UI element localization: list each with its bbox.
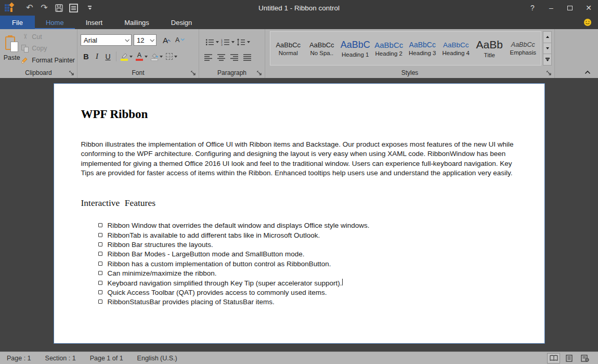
style-item-title[interactable]: AaBb Title <box>473 32 506 65</box>
undo-icon[interactable]: ↶ <box>24 3 35 13</box>
tab-home[interactable]: Home <box>35 16 75 29</box>
status-page-of[interactable]: Page 1 of 1 <box>90 355 123 362</box>
list-item: Keyboard navigation simplified through K… <box>98 279 524 288</box>
align-center-button[interactable] <box>217 54 226 61</box>
maximize-icon[interactable] <box>561 0 579 16</box>
list-item-text: Ribbon has a custom implementation of bu… <box>108 259 331 269</box>
style-item-heading3[interactable]: AaBbCc Heading 3 <box>406 32 439 65</box>
text-cursor <box>342 279 343 285</box>
collapse-ribbon-button[interactable] <box>583 69 592 75</box>
list-item-text: Quick Access Toolbar (QAT) provides acce… <box>108 288 327 297</box>
logo-diamond <box>9 3 15 8</box>
document-intro-paragraph: Ribbon illustrates the implementation of… <box>81 140 524 178</box>
page-icon <box>565 355 573 362</box>
paragraph-dialog-launcher-icon[interactable] <box>256 70 262 76</box>
web-layout-button[interactable] <box>578 353 591 363</box>
document-page[interactable]: WPF Ribbon Ribbon illustrates the implem… <box>54 83 545 344</box>
feedback-smiley-icon[interactable] <box>583 16 592 29</box>
style-item-heading4[interactable]: AaBbCc Heading 4 <box>439 32 473 65</box>
paste-button[interactable]: Paste <box>3 31 20 67</box>
app-window: ↶ ↷ Untitled 1 - Ribbon control ? – ✕ Fi… <box>0 0 598 364</box>
style-item-heading1[interactable]: AaBbC Heading 1 <box>339 32 372 65</box>
style-preview: AaBbCc <box>276 41 301 49</box>
help-icon[interactable]: ? <box>523 0 542 16</box>
align-left-button[interactable] <box>204 54 213 61</box>
list-item: Ribbon Window that overrides the default… <box>98 221 524 230</box>
app-logo-icon[interactable] <box>5 3 14 12</box>
gallery-more-button[interactable] <box>543 54 552 66</box>
print-layout-button[interactable] <box>563 353 576 363</box>
bullets-icon <box>205 38 214 46</box>
tab-insert[interactable]: Insert <box>75 16 114 29</box>
style-preview: AaBbCc <box>409 41 436 49</box>
redo-icon[interactable]: ↷ <box>39 3 49 13</box>
style-name: Title <box>484 52 495 58</box>
format-painter-icon <box>21 57 29 64</box>
style-name: Emphasis <box>510 49 537 56</box>
style-item-normal[interactable]: AaBbCc Normal <box>271 32 305 65</box>
cut-button[interactable]: ✂ Cut <box>21 32 75 42</box>
list-item: RibbonTab is available to add different … <box>98 231 524 240</box>
gallery-scroll-down-button[interactable] <box>543 43 552 55</box>
font-dialog-launcher-icon[interactable] <box>190 70 196 76</box>
svg-text:3: 3 <box>221 43 223 46</box>
dropdown-arrow-icon <box>160 56 163 58</box>
list-item: Ribbon Bar structures the layouts. <box>98 240 524 250</box>
tab-mailings[interactable]: Mailings <box>113 16 160 29</box>
fill-color-button[interactable] <box>149 50 164 63</box>
font-color-button[interactable]: A <box>134 50 149 63</box>
font-size-select[interactable]: 12 <box>134 34 157 46</box>
font-family-select[interactable]: Arial <box>81 34 132 46</box>
minimize-icon[interactable]: – <box>542 0 561 16</box>
ribbon: Paste ✂ Cut Copy Format Painter <box>0 29 598 78</box>
tab-file[interactable]: File <box>0 16 35 29</box>
highlight-color-button[interactable] <box>119 50 134 63</box>
style-item-no-spacing[interactable]: AaBbCc No Spa.. <box>305 32 339 65</box>
style-name: Heading 4 <box>443 50 470 56</box>
shrink-font-letter: A <box>175 36 179 44</box>
gallery-scroll-up-button[interactable] <box>543 31 552 43</box>
title-bar: ↶ ↷ Untitled 1 - Ribbon control ? – ✕ <box>0 0 598 16</box>
align-right-button[interactable] <box>230 54 239 61</box>
window-title: Untitled 1 - Ribbon control <box>258 4 340 12</box>
tab-design[interactable]: Design <box>160 16 203 29</box>
list-item-text: RibbonTab is available to add different … <box>108 231 320 240</box>
style-name: Heading 3 <box>409 50 436 56</box>
view-switcher <box>547 353 591 363</box>
status-section[interactable]: Section : 1 <box>45 355 76 362</box>
numbering-icon: 123 <box>221 38 230 46</box>
paste-icon <box>5 36 19 52</box>
customize-qat-icon[interactable] <box>88 6 92 10</box>
justify-button[interactable] <box>243 54 252 61</box>
status-language[interactable]: English (U.S.) <box>137 355 177 362</box>
copy-button[interactable]: Copy <box>21 44 75 54</box>
italic-button[interactable]: I <box>92 51 102 62</box>
document-icon[interactable] <box>68 3 79 13</box>
bullets-button[interactable] <box>204 36 220 48</box>
shrink-font-button[interactable]: A <box>173 34 185 46</box>
separator <box>116 51 116 61</box>
chevron-up-icon <box>584 70 591 74</box>
line-spacing-button[interactable] <box>236 36 251 48</box>
format-painter-button[interactable]: Format Painter <box>21 55 75 65</box>
numbering-button[interactable]: 123 <box>220 36 236 48</box>
list-item-text: Ribbon Bar structures the layouts. <box>108 240 213 250</box>
style-item-emphasis[interactable]: AaBbCc Emphasis <box>506 32 540 65</box>
status-page[interactable]: Page : 1 <box>7 355 31 362</box>
save-icon[interactable] <box>54 3 64 13</box>
clipboard-dialog-launcher-icon[interactable] <box>69 70 74 76</box>
underline-button[interactable]: U <box>102 51 113 62</box>
list-item-text: Keyboard navigation simplified through K… <box>108 279 342 288</box>
style-item-heading2[interactable]: AaBbCc Heading 2 <box>372 32 406 65</box>
list-item-text: Ribbon Bar Modes - LargeButton mode and … <box>108 250 305 259</box>
styles-dialog-launcher-icon[interactable] <box>546 70 552 76</box>
read-mode-button[interactable] <box>547 353 560 363</box>
dropdown-arrow-icon <box>145 56 148 58</box>
grow-font-button[interactable]: A <box>161 34 173 46</box>
borders-button[interactable] <box>164 50 179 63</box>
style-preview: AaBbC <box>341 40 370 50</box>
bold-button[interactable]: B <box>81 51 92 62</box>
close-icon[interactable]: ✕ <box>579 0 598 16</box>
clipboard-group-label: Clipboard <box>25 69 51 76</box>
list-item-text: RibbonStatusBar provides placing of Stat… <box>108 297 275 307</box>
